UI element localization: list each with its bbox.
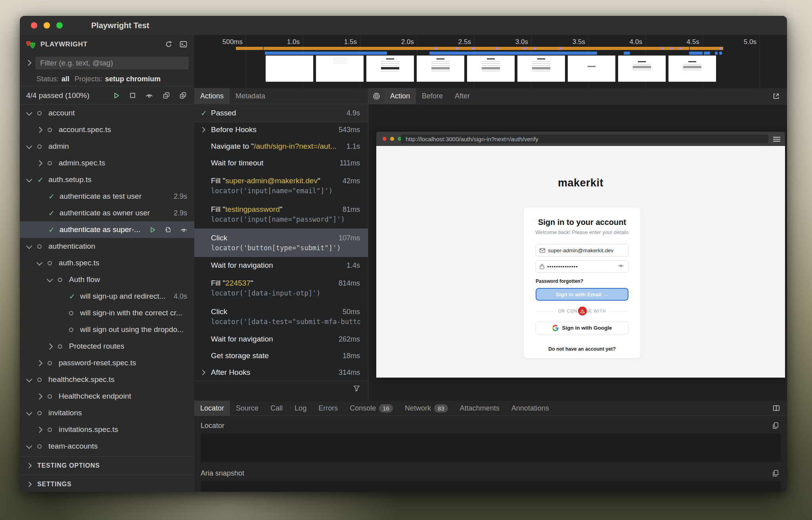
tree-row[interactable]: healthcheck.spec.ts — [20, 371, 194, 388]
run-test-icon[interactable] — [148, 225, 157, 234]
tree-row[interactable]: invitations.spec.ts — [20, 421, 194, 438]
tree-chevron[interactable] — [27, 244, 37, 249]
tree-row[interactable]: authentication — [20, 238, 194, 255]
tab-errors[interactable]: Errors — [312, 401, 344, 416]
terminal-icon[interactable] — [178, 39, 189, 50]
tree-row[interactable]: admin.spec.ts — [20, 155, 194, 171]
tab-console[interactable]: Console16 — [344, 401, 399, 416]
expand-all-icon[interactable] — [178, 90, 188, 100]
tab-before[interactable]: Before — [416, 88, 449, 104]
locator-editor[interactable] — [201, 434, 781, 462]
tree-chevron[interactable] — [27, 444, 37, 449]
action-row[interactable]: Get storage state 18ms — [194, 347, 368, 364]
action-row[interactable]: After Hooks 314ms — [194, 364, 368, 381]
tree-chevron[interactable] — [27, 411, 37, 415]
timeline-thumbnail[interactable] — [668, 56, 716, 82]
tree-row[interactable]: Healthcheck endpoint — [20, 388, 194, 405]
tab-locator[interactable]: Locator — [194, 401, 230, 416]
action-row[interactable]: Navigate to "/auth/sign-in?next=/aut... … — [194, 138, 368, 155]
action-row[interactable]: Fill "testingpassword" 81ms locator('inp… — [194, 200, 368, 228]
stop-icon[interactable] — [128, 91, 137, 100]
tree-row-label: authentication — [48, 242, 95, 251]
close-window-button[interactable] — [31, 22, 37, 29]
timeline-strip[interactable]: 500ms1.0s1.5s2.0s2.5s3.0s3.5s4.0s4.5s5.0… — [194, 35, 787, 88]
tree-row[interactable]: Protected routes — [20, 338, 194, 355]
timeline-thumbnail[interactable] — [568, 56, 615, 82]
tab-action[interactable]: Action — [384, 88, 416, 104]
tree-row[interactable]: team-accounts — [20, 438, 194, 455]
timeline-thumbnail[interactable] — [618, 56, 666, 82]
tree-row[interactable]: ✓ will sign-up and redirect... 4.0s — [20, 288, 194, 305]
filter-actions-icon[interactable] — [352, 384, 362, 393]
tree-chevron[interactable] — [37, 161, 48, 165]
timeline-thumbnail[interactable] — [417, 56, 464, 82]
tree-chevron[interactable] — [37, 394, 48, 399]
tree-row[interactable]: ✓ authenticate as owner user 2.9s — [20, 205, 194, 221]
open-external-icon[interactable] — [771, 91, 781, 102]
filter-expand-chevron[interactable] — [26, 59, 31, 67]
tree-chevron[interactable] — [37, 428, 48, 432]
minimize-window-button[interactable] — [44, 22, 50, 29]
action-row[interactable]: Fill "super-admin@makerkit.dev" 42ms loc… — [194, 171, 368, 200]
tab-call[interactable]: Call — [264, 401, 289, 416]
tree-chevron[interactable] — [27, 111, 37, 115]
tree-row[interactable]: will sign out using the dropdo... — [20, 321, 194, 338]
maximize-window-button[interactable] — [56, 22, 63, 29]
action-row[interactable]: Wait for timeout 111ms — [194, 155, 368, 171]
tree-chevron[interactable] — [27, 378, 37, 382]
action-row[interactable]: Before Hooks 543ms — [194, 121, 368, 138]
tree-row[interactable]: invitations — [20, 405, 194, 421]
tab-actions[interactable]: Actions — [194, 88, 230, 104]
copy-aria-snapshot-icon[interactable] — [771, 468, 781, 478]
reload-tests-icon[interactable] — [163, 39, 174, 50]
watch-test-icon[interactable] — [179, 226, 189, 234]
split-view-icon[interactable] — [771, 403, 781, 413]
tree-row[interactable]: ✓ auth.setup.ts — [20, 171, 194, 188]
watch-all-icon[interactable] — [144, 91, 155, 100]
tree-chevron[interactable] — [37, 128, 48, 132]
timeline-thumbnail[interactable] — [316, 56, 364, 82]
action-row[interactable]: Click 50ms locator('[data-test="submit-m… — [194, 302, 368, 331]
timeline-event-dot — [661, 47, 664, 50]
action-row[interactable]: Wait for navigation 262ms — [194, 331, 368, 347]
filter-input[interactable] — [35, 57, 189, 69]
tab-annotations[interactable]: Annotations — [506, 401, 555, 416]
action-row[interactable]: Click 107ms locator('button[type="submit… — [194, 228, 368, 257]
tab-source[interactable]: Source — [230, 401, 264, 416]
tree-row[interactable]: password-reset.spec.ts — [20, 355, 194, 371]
tree-row[interactable]: Auth flow — [20, 271, 194, 288]
tree-row[interactable]: account.spec.ts — [20, 121, 194, 138]
action-row[interactable]: Fill "224537" 814ms locator('[data-input… — [194, 274, 368, 302]
action-row[interactable]: Wait for navigation 1.4s — [194, 257, 368, 274]
tree-row[interactable]: auth.spec.ts — [20, 255, 194, 271]
tree-chevron[interactable] — [27, 144, 37, 149]
tree-row[interactable]: admin — [20, 138, 194, 155]
tree-chevron[interactable] — [37, 261, 48, 265]
settings-section[interactable]: SETTINGS — [20, 475, 194, 492]
tab-log[interactable]: Log — [289, 401, 312, 416]
tree-chevron[interactable] — [37, 361, 48, 365]
tree-chevron[interactable] — [48, 278, 58, 282]
tree-chevron[interactable] — [27, 178, 37, 182]
timeline-thumbnail[interactable] — [467, 56, 515, 82]
tree-row[interactable]: ✓ authenticate as test user 2.9s — [20, 188, 194, 205]
tab-after[interactable]: After — [449, 88, 476, 104]
tab-attachments[interactable]: Attachments — [454, 401, 506, 416]
collapse-all-icon[interactable] — [161, 90, 171, 100]
tree-row[interactable]: ✓ authenticate as super-... — [20, 221, 194, 238]
show-source-icon[interactable] — [163, 225, 173, 234]
tree-row[interactable]: account — [20, 105, 194, 121]
timeline-thumbnail[interactable] — [266, 56, 313, 82]
timeline-event-dot — [559, 47, 562, 50]
timeline-thumbnail[interactable] — [366, 56, 414, 82]
aria-snapshot-editor[interactable] — [201, 481, 781, 492]
copy-locator-icon[interactable] — [771, 420, 781, 431]
pick-locator-icon[interactable] — [368, 88, 384, 104]
tab-network[interactable]: Network83 — [399, 401, 454, 416]
run-all-icon[interactable] — [112, 91, 121, 100]
timeline-thumbnail[interactable] — [517, 56, 565, 82]
tree-row[interactable]: will sign-in with the correct cr... — [20, 305, 194, 321]
tree-chevron[interactable] — [48, 344, 58, 349]
tab-metadata[interactable]: Metadata — [230, 88, 271, 104]
testing-options-section[interactable]: TESTING OPTIONS — [20, 456, 194, 475]
